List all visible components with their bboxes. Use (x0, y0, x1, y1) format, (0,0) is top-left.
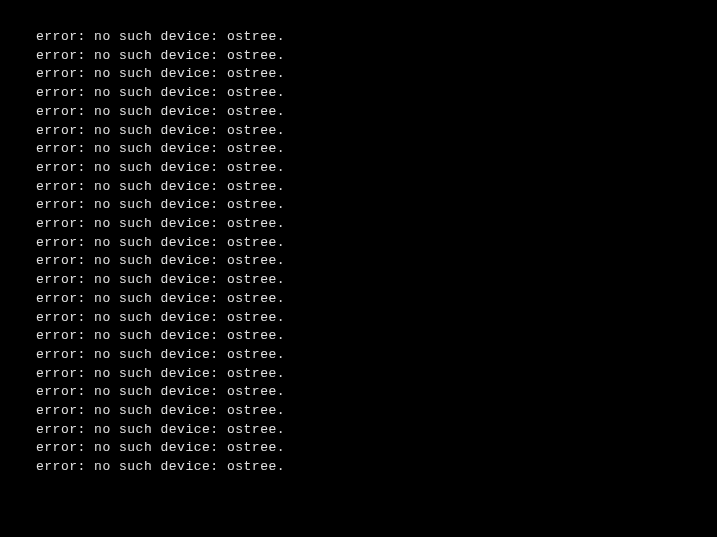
terminal-line: error: no such device: ostree. (36, 458, 717, 477)
terminal-line: error: no such device: ostree. (36, 28, 717, 47)
terminal-line: error: no such device: ostree. (36, 252, 717, 271)
terminal-line: error: no such device: ostree. (36, 421, 717, 440)
terminal-line: error: no such device: ostree. (36, 346, 717, 365)
terminal-output: error: no such device: ostree.error: no … (36, 28, 717, 477)
terminal-line: error: no such device: ostree. (36, 84, 717, 103)
terminal-line: error: no such device: ostree. (36, 215, 717, 234)
terminal-line: error: no such device: ostree. (36, 103, 717, 122)
terminal-line: error: no such device: ostree. (36, 290, 717, 309)
terminal-line: error: no such device: ostree. (36, 234, 717, 253)
terminal-line: error: no such device: ostree. (36, 402, 717, 421)
terminal-line: error: no such device: ostree. (36, 365, 717, 384)
terminal-line: error: no such device: ostree. (36, 178, 717, 197)
terminal-line: error: no such device: ostree. (36, 196, 717, 215)
terminal-line: error: no such device: ostree. (36, 271, 717, 290)
terminal-line: error: no such device: ostree. (36, 159, 717, 178)
terminal-line: error: no such device: ostree. (36, 47, 717, 66)
terminal-line: error: no such device: ostree. (36, 140, 717, 159)
terminal-line: error: no such device: ostree. (36, 65, 717, 84)
terminal-line: error: no such device: ostree. (36, 122, 717, 141)
terminal-line: error: no such device: ostree. (36, 439, 717, 458)
terminal-line: error: no such device: ostree. (36, 327, 717, 346)
terminal-line: error: no such device: ostree. (36, 383, 717, 402)
terminal-line: error: no such device: ostree. (36, 309, 717, 328)
